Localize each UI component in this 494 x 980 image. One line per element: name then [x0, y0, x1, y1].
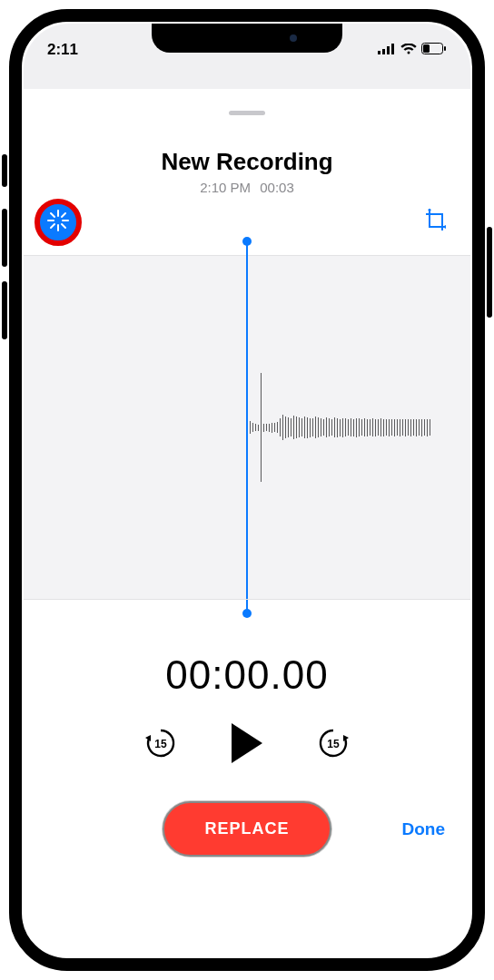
svg-line-12: [62, 224, 65, 228]
waveform-bar: [269, 424, 270, 432]
recording-duration: 00:03: [260, 180, 294, 195]
waveform-bar: [250, 421, 251, 434]
waveform-bar: [331, 419, 332, 436]
waveform-bar: [266, 424, 267, 431]
waveform-bar: [427, 419, 428, 436]
waveform-bar: [312, 418, 313, 436]
sheet-grabber[interactable]: [229, 111, 265, 115]
waveform-bar: [337, 418, 338, 437]
recording-clock-time: 2:10 PM: [200, 180, 251, 195]
waveform-bar: [299, 417, 300, 437]
waveform-bar: [310, 418, 311, 437]
svg-text:15: 15: [327, 738, 340, 750]
waveform-bar: [364, 418, 365, 436]
phone-volume-down: [2, 281, 7, 339]
waveform-bar: [424, 419, 425, 436]
waveform-bar: [348, 419, 349, 436]
svg-rect-6: [444, 46, 446, 51]
replace-button[interactable]: REPLACE: [163, 801, 331, 857]
waveform-bar: [416, 419, 417, 436]
waveform-bar: [252, 423, 253, 432]
waveform-bar: [301, 418, 302, 436]
waveform-bar: [394, 419, 395, 436]
waveform-bar: [419, 419, 420, 436]
waveform-bar: [342, 418, 343, 437]
skip-forward-15-button[interactable]: 15: [315, 725, 351, 761]
status-time: 2:11: [47, 41, 78, 59]
waveform-bar: [272, 423, 272, 433]
waveform-bar: [296, 416, 297, 438]
waveform-bar: [293, 416, 294, 439]
waveform-bar: [334, 417, 335, 437]
waveform-bar: [282, 415, 283, 440]
playhead[interactable]: [246, 240, 248, 614]
waveform-bar: [263, 424, 264, 432]
svg-rect-0: [378, 51, 380, 54]
svg-rect-2: [387, 46, 390, 54]
waveform-bar: [410, 419, 411, 436]
signal-icon: [378, 41, 396, 59]
enhance-sparkle-icon: [46, 209, 70, 236]
waveform-bar: [391, 419, 392, 436]
waveform-bar: [280, 418, 281, 436]
recording-title[interactable]: New Recording: [24, 148, 470, 176]
phone-notch: [152, 24, 342, 53]
waveform-bar: [321, 418, 321, 436]
svg-rect-5: [423, 44, 430, 53]
waveform-bar: [408, 419, 409, 436]
wifi-icon: [400, 41, 417, 59]
waveform-bar: [430, 419, 430, 436]
trim-button[interactable]: [421, 208, 450, 237]
play-button[interactable]: [232, 723, 262, 763]
battery-icon: [421, 41, 447, 59]
waveform-bar: [285, 416, 286, 438]
waveform-bar: [351, 418, 351, 436]
playback-position: 00:00.00: [24, 652, 470, 698]
waveform-bar: [359, 418, 360, 436]
waveform-bar: [274, 423, 275, 432]
waveform-bar: [258, 425, 259, 431]
svg-marker-16: [428, 209, 431, 211]
enhance-recording-button[interactable]: [40, 204, 76, 240]
waveform-bar: [329, 418, 330, 436]
waveform-bar: [378, 419, 379, 436]
waveform-bar: [277, 422, 278, 433]
skip-back-15-button[interactable]: 15: [143, 725, 179, 761]
done-button[interactable]: Done: [402, 819, 446, 839]
waveform-bar: [353, 419, 354, 436]
svg-text:15: 15: [154, 738, 167, 750]
svg-line-13: [62, 213, 65, 217]
waveform-bar: [323, 419, 324, 436]
waveform-bar: [340, 419, 341, 436]
phone-power-button: [487, 227, 492, 318]
waveform-bar: [315, 416, 316, 438]
svg-rect-1: [382, 49, 385, 54]
waveform-bar: [405, 419, 406, 436]
waveform-bar: [345, 418, 346, 436]
waveform-bar: [255, 424, 256, 431]
phone-volume-up: [2, 209, 7, 267]
waveform-bar: [318, 417, 319, 437]
waveform-bar: [356, 418, 357, 437]
waveform-bar: [383, 419, 384, 436]
waveform-bar: [261, 373, 262, 482]
crop-icon: [424, 209, 448, 236]
waveform-bar: [400, 419, 400, 436]
svg-line-14: [51, 224, 54, 228]
waveform-bar: [413, 419, 414, 436]
waveform-bar: [375, 419, 376, 436]
waveform-bar: [402, 419, 403, 436]
waveform-bar: [372, 418, 373, 436]
waveform-bar: [326, 417, 327, 437]
waveform-bar: [288, 417, 289, 437]
waveform-scrubber[interactable]: [24, 255, 470, 600]
svg-line-11: [51, 213, 54, 217]
waveform-bar: [367, 419, 368, 436]
svg-rect-3: [391, 44, 394, 54]
phone-mute-switch: [2, 154, 7, 187]
waveform-bar: [370, 419, 370, 436]
waveform-bar: [397, 419, 398, 436]
recording-subtitle: 2:10 PM 00:03: [24, 180, 470, 195]
waveform: [247, 364, 447, 491]
waveform-bar: [389, 419, 390, 436]
